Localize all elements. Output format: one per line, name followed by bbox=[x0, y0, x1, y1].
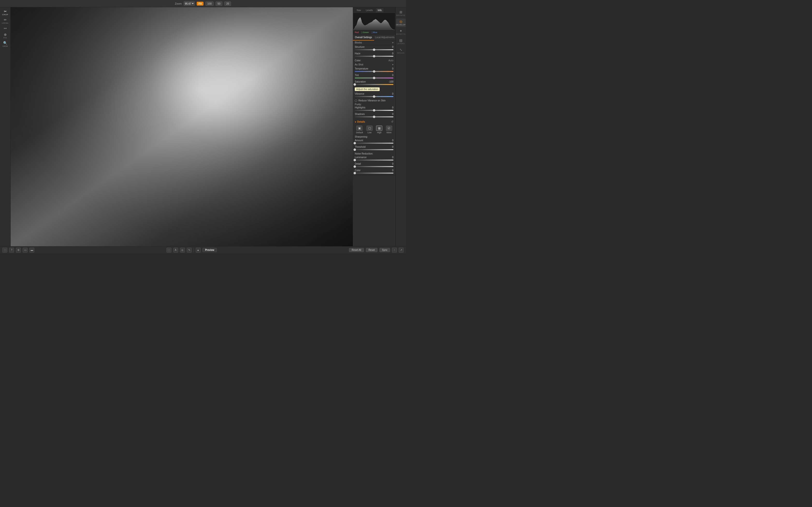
coord-1-button[interactable]: 100 bbox=[205, 1, 214, 6]
color-nr-row: Color 0 bbox=[353, 169, 395, 175]
blocks-dropdown-icon[interactable]: ▾ bbox=[392, 41, 394, 44]
reduce-vibrance-label: Reduce Vibrance on Skin bbox=[358, 99, 386, 102]
tab-local-adjustments[interactable]: Local Adjustments bbox=[374, 35, 395, 41]
panel-content[interactable]: Blocks ▾ Structure 0 bbox=[353, 41, 395, 246]
bottom-filmstrip-single-btn[interactable]: ▭ bbox=[23, 248, 28, 252]
saturation-thumb[interactable] bbox=[354, 83, 356, 86]
bottom-text-btn[interactable]: A bbox=[173, 248, 178, 252]
zoom-arrow-icon: ▾ bbox=[192, 2, 194, 5]
vibrance-slider[interactable] bbox=[355, 96, 394, 97]
detail-label: Detail bbox=[355, 163, 361, 165]
detail-option-high[interactable]: ▦ High bbox=[376, 125, 382, 134]
threshold-slider[interactable] bbox=[355, 149, 394, 150]
channel-green-label: | Green bbox=[362, 31, 369, 34]
highlights-thumb[interactable] bbox=[373, 109, 375, 112]
layers-icon: ▤ bbox=[399, 39, 402, 42]
resize-label: RESIZE bbox=[397, 52, 405, 54]
strip-item-effects[interactable]: ✦ EFFECTS bbox=[396, 28, 406, 37]
tool-fix[interactable]: ⊕ FIX bbox=[1, 32, 10, 40]
amount-thumb[interactable] bbox=[354, 142, 356, 145]
strip-item-layers[interactable]: ▤ LAYERS bbox=[396, 38, 406, 46]
blocks-label: Blocks bbox=[355, 41, 362, 44]
right-panels: Nav Levels Info bbox=[353, 7, 406, 246]
vibrance-thumb[interactable] bbox=[373, 95, 375, 98]
tab-levels[interactable]: Levels bbox=[364, 8, 375, 12]
strip-item-resize[interactable]: ⤡ RESIZE bbox=[396, 47, 406, 55]
structure-value: 0 bbox=[392, 46, 394, 48]
haze-value: 0 bbox=[392, 52, 394, 55]
detail-slider[interactable] bbox=[355, 166, 394, 167]
luminance-thumb[interactable] bbox=[354, 159, 356, 161]
details-section: ● Details ↺ ▣ Default bbox=[353, 119, 395, 175]
details-reset-icon[interactable]: ↺ bbox=[391, 120, 394, 123]
bottom-toolbar: ⬚ ? ⚙ ▭ ▬ ⬚ A ◎ ✎ ▲ Preview Reset All Re… bbox=[0, 246, 406, 253]
local-label: LOCAL bbox=[2, 22, 9, 24]
image-area bbox=[11, 7, 353, 246]
tool-view[interactable]: 🔍 VIEW bbox=[1, 40, 10, 48]
tint-value: 0 bbox=[392, 74, 394, 76]
structure-thumb[interactable] bbox=[373, 49, 375, 51]
fix-label: FIX bbox=[4, 37, 7, 39]
bottom-up-icon[interactable]: ▲ bbox=[196, 248, 201, 252]
layers-label: LAYERS bbox=[397, 43, 405, 45]
luminance-slider[interactable] bbox=[355, 160, 394, 161]
detail-thumb[interactable] bbox=[354, 165, 356, 168]
detail-option-low[interactable]: ▢ Low bbox=[366, 125, 373, 134]
saturation-slider[interactable] bbox=[355, 84, 394, 85]
tint-thumb[interactable] bbox=[373, 77, 375, 79]
vibrance-label: Vibrance bbox=[355, 93, 364, 95]
zoom-dropdown[interactable]: 95.67 ▾ bbox=[184, 1, 195, 6]
color-nr-slider[interactable] bbox=[355, 173, 394, 174]
threshold-label: Threshold bbox=[355, 146, 365, 148]
view-label: VIEW bbox=[2, 45, 8, 47]
coord-3-button[interactable]: 25 bbox=[224, 1, 231, 6]
shadows-thumb[interactable] bbox=[373, 116, 375, 118]
structure-slider[interactable] bbox=[355, 49, 394, 50]
strip-item-browse[interactable]: ⊞ BROWSE bbox=[396, 9, 406, 18]
haze-slider[interactable] bbox=[355, 56, 394, 57]
share-icon-btn[interactable]: ↗ bbox=[399, 248, 404, 252]
reset-button[interactable]: Reset bbox=[366, 248, 377, 252]
tab-overall-settings[interactable]: Overall Settings bbox=[353, 35, 374, 41]
tab-nav[interactable]: Nav bbox=[355, 8, 363, 12]
bottom-grid-icon-btn[interactable]: ⬚ bbox=[2, 248, 7, 252]
fit-button[interactable]: Fit bbox=[197, 2, 203, 6]
bottom-circle-btn[interactable]: ◎ bbox=[180, 248, 185, 252]
default-icon-box: ▣ bbox=[356, 125, 362, 131]
export-icon-btn[interactable]: ↑ bbox=[392, 248, 397, 252]
bottom-filmstrip-split-btn[interactable]: ▬ bbox=[30, 248, 34, 252]
tab-info[interactable]: Info bbox=[376, 8, 384, 12]
threshold-thumb[interactable] bbox=[354, 149, 356, 151]
temperature-thumb[interactable] bbox=[373, 70, 375, 73]
shadows-slider[interactable] bbox=[355, 116, 394, 117]
tool-crop[interactable]: ✂ CROP bbox=[1, 9, 10, 17]
bottom-pen-btn[interactable]: ✎ bbox=[187, 248, 192, 252]
bottom-help-btn[interactable]: ? bbox=[9, 248, 14, 252]
tool-local[interactable]: ✏ LOCAL bbox=[1, 17, 10, 25]
detail-option-more[interactable]: ☑ More bbox=[386, 125, 392, 134]
reset-all-button[interactable]: Reset All bbox=[349, 248, 364, 252]
threshold-value: 0 bbox=[392, 146, 394, 148]
highlights-slider[interactable] bbox=[355, 110, 394, 111]
bottom-settings-btn[interactable]: ⚙ bbox=[16, 248, 21, 252]
tint-slider[interactable] bbox=[355, 77, 394, 78]
amount-slider[interactable] bbox=[355, 143, 394, 144]
details-title: Details bbox=[357, 120, 365, 123]
bottom-expand-btn[interactable]: ⬚ bbox=[166, 248, 171, 252]
effects-label: EFFECTS bbox=[396, 33, 406, 35]
reduce-vibrance-radio[interactable] bbox=[355, 100, 357, 102]
temperature-slider[interactable] bbox=[355, 71, 394, 72]
details-header[interactable]: ● Details ↺ bbox=[353, 119, 395, 125]
as-shot-dropdown-icon[interactable]: ▾ bbox=[392, 63, 394, 66]
detail-option-default[interactable]: ▣ Default bbox=[356, 125, 363, 134]
more-icon: ☑ bbox=[388, 126, 390, 130]
preview-button[interactable]: Preview bbox=[203, 248, 217, 252]
bottom-right: Reset All Reset Sync ↑ ↗ bbox=[349, 248, 404, 252]
coord-2-button[interactable]: 50 bbox=[215, 1, 222, 6]
tool-arrow[interactable]: ↦ bbox=[1, 25, 10, 32]
haze-thumb[interactable] bbox=[373, 55, 375, 57]
strip-item-develop[interactable]: ◎ DEVELOP bbox=[396, 18, 406, 27]
sync-button[interactable]: Sync bbox=[379, 248, 390, 252]
color-nr-thumb[interactable] bbox=[354, 172, 356, 174]
right-icon-strip: ⊞ BROWSE ◎ DEVELOP ✦ EFFECTS ▤ LAYERS ⤡ … bbox=[395, 7, 406, 246]
